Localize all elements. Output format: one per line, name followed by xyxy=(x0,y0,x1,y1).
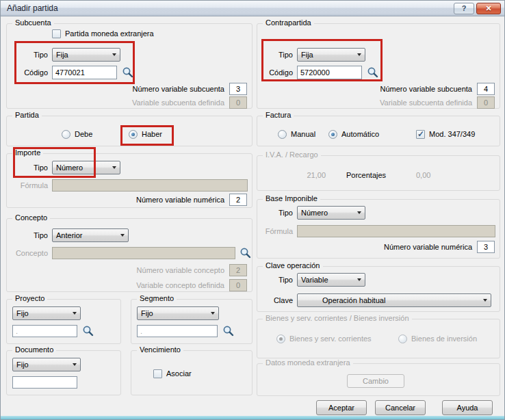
partida-haber-label: Haber xyxy=(142,130,162,139)
group-subcuenta-title: Subcuenta xyxy=(12,18,54,27)
clave-operacion-clave-combo[interactable]: Operación habitual xyxy=(297,293,491,307)
documento-tipo-value: Fijo xyxy=(13,360,68,369)
group-clave-operacion-title: Clave operación xyxy=(263,261,323,270)
chevron-down-icon xyxy=(68,307,80,319)
subcuenta-num-variable-label: Número variable subcuenta xyxy=(132,83,224,95)
segmento-codigo-input[interactable]: . xyxy=(137,325,218,337)
group-bienes: Bienes y serv. corrientes / Bienes inver… xyxy=(257,319,500,358)
subcuenta-codigo-input[interactable]: 4770021 xyxy=(52,66,117,79)
factura-manual-label: Manual xyxy=(291,130,315,139)
dialog-anadir-partida: Añadir partida ? ✕ Subcuenta Partida mon… xyxy=(0,0,505,420)
importe-tipo-combo[interactable]: Número xyxy=(52,161,120,174)
vencimiento-asociar-checkbox[interactable] xyxy=(153,369,162,378)
contrapartida-codigo-input[interactable]: 5720000 xyxy=(297,66,362,79)
factura-automatico-label: Automático xyxy=(341,130,379,139)
group-partida-title: Partida xyxy=(12,111,42,119)
group-clave-operacion: Clave operación Tipo Variable Clave Oper… xyxy=(257,266,500,312)
partida-haber-radio[interactable] xyxy=(129,130,138,139)
subcuenta-codigo-label: Código xyxy=(7,66,48,79)
group-base-imponible: Base Imponible Tipo Número Fórmula Númer… xyxy=(257,199,500,259)
factura-mod-347-349-checkbox[interactable] xyxy=(416,130,425,139)
chevron-down-icon xyxy=(108,161,120,174)
subcuenta-num-variable-input[interactable]: 3 xyxy=(229,83,247,95)
group-concepto: Concepto Tipo Anterior Concepto Número v… xyxy=(6,218,252,292)
clave-operacion-clave-label: Clave xyxy=(257,293,293,307)
base-imponible-tipo-combo[interactable]: Número xyxy=(297,206,365,220)
clave-operacion-tipo-combo[interactable]: Variable xyxy=(297,273,365,287)
search-icon[interactable] xyxy=(82,325,94,337)
bienes-corrientes-radio xyxy=(276,334,285,343)
search-icon[interactable] xyxy=(239,247,251,259)
contrapartida-tipo-value: Fija xyxy=(298,51,353,59)
group-moneda-extranjera: Datos moneda extranjera Cambio xyxy=(257,363,500,396)
subcuenta-tipo-combo[interactable]: Fija xyxy=(52,48,120,62)
help-button[interactable]: ? xyxy=(454,3,474,14)
chevron-down-icon xyxy=(207,307,218,319)
chevron-down-icon xyxy=(353,49,365,61)
clave-operacion-clave-value: Operación habitual xyxy=(298,296,479,304)
group-concepto-title: Concepto xyxy=(12,213,50,222)
bienes-inversion-radio xyxy=(398,334,407,343)
group-partida: Partida Debe Haber xyxy=(6,116,252,146)
search-icon[interactable] xyxy=(367,66,378,78)
proyecto-codigo-input[interactable]: . xyxy=(12,325,77,337)
subcuenta-tipo-value: Fija xyxy=(53,51,108,59)
group-documento-title: Documento xyxy=(12,345,56,354)
factura-mod-347-349-label: Mod. 347/349 xyxy=(429,130,475,139)
base-imponible-tipo-label: Tipo xyxy=(257,206,293,220)
base-imponible-tipo-value: Número xyxy=(298,209,353,217)
documento-codigo-input[interactable] xyxy=(12,376,77,389)
cancelar-button[interactable]: Cancelar xyxy=(375,400,426,415)
base-imponible-num-variable-input[interactable]: 3 xyxy=(477,241,495,253)
group-proyecto: Proyecto Fijo . xyxy=(6,299,121,344)
importe-num-variable-input[interactable]: 2 xyxy=(229,194,247,206)
importe-tipo-label: Tipo xyxy=(7,161,48,174)
contrapartida-num-variable-input[interactable]: 4 xyxy=(477,83,495,95)
subcuenta-moneda-extranjera-checkbox[interactable] xyxy=(52,29,61,38)
bienes-corrientes-label: Bienes y serv. corrientes xyxy=(289,334,372,343)
chevron-down-icon xyxy=(108,49,120,61)
base-imponible-formula-input xyxy=(297,225,495,237)
contrapartida-tipo-combo[interactable]: Fija xyxy=(297,48,365,62)
importe-formula-label: Fórmula xyxy=(7,179,48,192)
group-subcuenta: Subcuenta Partida moneda extranjera Tipo… xyxy=(6,23,252,109)
factura-automatico-radio[interactable] xyxy=(328,130,337,139)
factura-manual-radio[interactable] xyxy=(278,130,287,139)
contrapartida-variable-definida-input: 0 xyxy=(477,96,495,109)
segmento-tipo-combo[interactable]: Fijo xyxy=(137,306,219,320)
group-segmento: Segmento Fijo . xyxy=(131,299,252,344)
aceptar-button[interactable]: Aceptar xyxy=(316,400,367,415)
subcuenta-moneda-extranjera-label: Partida moneda extranjera xyxy=(65,29,154,38)
group-documento: Documento Fijo xyxy=(6,350,121,395)
clave-operacion-tipo-value: Variable xyxy=(298,276,353,284)
window-bottom-border xyxy=(1,416,504,419)
subcuenta-tipo-label: Tipo xyxy=(7,48,48,62)
recargo-porcentaje-value: 0,00 xyxy=(416,171,430,180)
subcuenta-variable-definida-label: Variable subcuenta definida xyxy=(132,96,224,109)
contrapartida-tipo-label: Tipo xyxy=(257,48,293,62)
group-importe: Importe Tipo Número Fórmula Número varia… xyxy=(6,153,252,208)
concepto-num-variable-input: 2 xyxy=(229,264,247,276)
proyecto-tipo-combo[interactable]: Fijo xyxy=(12,306,81,320)
close-button[interactable]: ✕ xyxy=(476,3,501,14)
contrapartida-num-variable-label: Número variable subcuenta xyxy=(380,83,472,95)
concepto-concepto-input xyxy=(52,247,235,259)
importe-formula-input xyxy=(52,179,248,192)
group-iva-recargo: I.V.A. / Recargo 21,00 Porcentajes 0,00 xyxy=(257,155,500,191)
partida-debe-radio[interactable] xyxy=(62,130,70,139)
dialog-body: Subcuenta Partida moneda extranjera Tipo… xyxy=(1,17,504,417)
group-vencimiento: Vencimiento Asociar xyxy=(131,350,252,395)
ayuda-button[interactable]: Ayuda xyxy=(442,400,493,415)
titlebar-buttons: ? ✕ xyxy=(454,3,501,14)
search-icon[interactable] xyxy=(122,66,133,78)
concepto-tipo-combo[interactable]: Anterior xyxy=(52,228,129,242)
chevron-down-icon xyxy=(116,229,128,241)
search-icon[interactable] xyxy=(222,325,234,337)
bienes-inversion-label: Bienes de inversión xyxy=(411,334,477,343)
documento-tipo-combo[interactable]: Fijo xyxy=(12,358,81,371)
group-factura-title: Factura xyxy=(263,111,294,119)
titlebar[interactable]: Añadir partida ? ✕ xyxy=(1,1,504,16)
concepto-variable-definida-input: 0 xyxy=(229,279,247,291)
help-icon: ? xyxy=(462,4,467,12)
vencimiento-asociar-label: Asociar xyxy=(166,369,192,378)
